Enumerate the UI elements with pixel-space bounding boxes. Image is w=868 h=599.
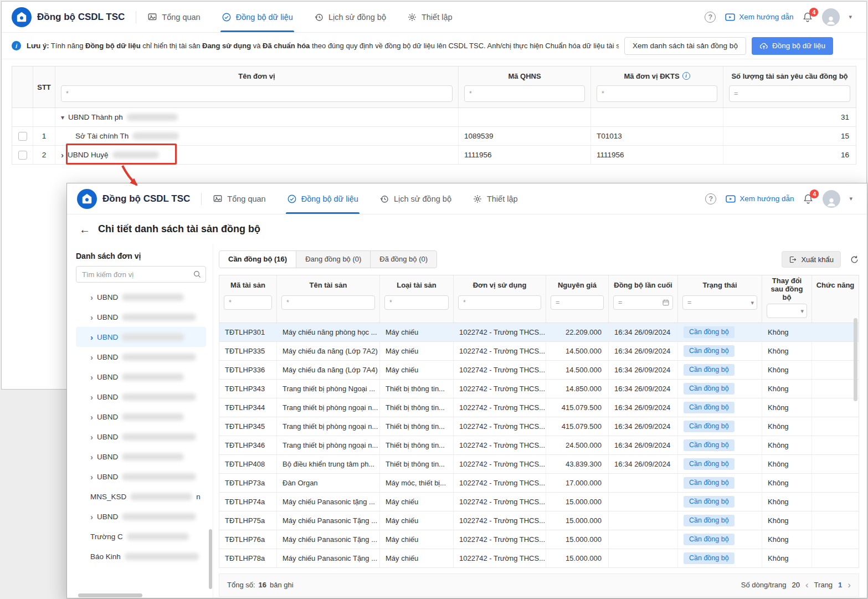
tree-item-unit[interactable]: › UBND: [76, 347, 206, 367]
nav-tab-history[interactable]: Lịch sử đồng bộ: [314, 2, 386, 32]
guide-link[interactable]: Xem hướng dẫn: [725, 193, 794, 204]
nav-tab-overview[interactable]: Tổng quan: [147, 2, 200, 32]
chevron-right-icon[interactable]: ›: [90, 313, 93, 321]
current-page[interactable]: 1: [838, 581, 842, 589]
chevron-left-icon[interactable]: ‹: [805, 580, 809, 590]
calendar-icon[interactable]: [662, 299, 670, 306]
guide-link[interactable]: Xem hướng dẫn: [725, 12, 793, 23]
help-icon[interactable]: ?: [705, 12, 716, 23]
nav-tab-settings[interactable]: Thiết lập: [407, 2, 453, 32]
status-tab[interactable]: Đã đồng bộ (0): [370, 251, 436, 268]
refresh-icon[interactable]: [850, 255, 859, 264]
unit-search-input[interactable]: [76, 266, 206, 283]
asset-row[interactable]: TĐTLHP343 Trang thiết bị phòng Ngoại ...…: [219, 380, 859, 398]
nav-tab-sync[interactable]: Đồng bộ dữ liệu: [287, 183, 358, 214]
asset-row[interactable]: TĐTLHP408 Bộ điều khiển trung tâm ph... …: [219, 455, 859, 474]
unit-name[interactable]: Sở Tài chính Th: [75, 132, 129, 140]
unit-name-filter-input[interactable]: [61, 85, 453, 102]
tree-item-unit[interactable]: › UBND: [76, 367, 206, 387]
tree-item-unit[interactable]: › UBND: [76, 447, 206, 467]
nav-tab-sync[interactable]: Đồng bộ dữ liệu: [222, 2, 293, 32]
unit-group-row[interactable]: ▾ UBND Thành ph 31: [12, 108, 856, 127]
filter-input[interactable]: [458, 295, 541, 310]
status-badge: Cần đồng bộ: [684, 477, 735, 489]
notification-bell-icon[interactable]: 4: [803, 193, 814, 204]
chevron-down-icon[interactable]: ▾: [751, 300, 754, 306]
filter-input[interactable]: [281, 295, 375, 310]
chevron-right-icon[interactable]: ›: [90, 393, 93, 401]
nav-tab-history[interactable]: Lịch sử đồng bộ: [379, 183, 451, 214]
horizontal-scrollbar[interactable]: [78, 593, 142, 597]
qhns-filter-input[interactable]: [464, 85, 585, 102]
chevron-down-icon[interactable]: ▾: [849, 13, 852, 21]
asset-row[interactable]: TĐTLHP301 Máy chiếu năng phòng học ... M…: [219, 323, 859, 342]
chevron-right-icon[interactable]: ›: [90, 433, 93, 441]
tree-item-unit[interactable]: › UBND: [76, 467, 206, 487]
rows-per-page-select[interactable]: 20: [792, 581, 799, 589]
asset-row[interactable]: TĐTLHP335 Máy chiếu đa năng (Lớp 7A2) Má…: [219, 342, 859, 361]
filter-input[interactable]: [384, 295, 449, 310]
dkts-filter-input[interactable]: [597, 85, 717, 102]
chevron-right-icon[interactable]: ›: [90, 473, 93, 481]
filter-input[interactable]: [224, 295, 272, 310]
asset-row[interactable]: TĐTLHP336 Máy chiếu đa năng (Lớp 7A4) Má…: [219, 361, 859, 380]
asset-row[interactable]: TĐTLHP74a Máy chiếu Panasonic tặng ... M…: [219, 493, 859, 511]
asset-last-sync: 16:34 26/09/2024: [608, 342, 677, 360]
chevron-down-icon[interactable]: ▾: [61, 114, 64, 121]
filter-input[interactable]: [551, 295, 604, 310]
chevron-right-icon[interactable]: ›: [61, 151, 64, 159]
chevron-right-icon[interactable]: ›: [90, 293, 93, 301]
filter-input[interactable]: [682, 295, 757, 310]
tree-item-unit[interactable]: › UBND: [76, 427, 206, 447]
tree-item-unit[interactable]: Báo Kinh: [76, 546, 206, 566]
tree-item-unit[interactable]: › UBND: [76, 307, 206, 327]
view-sync-list-button[interactable]: Xem danh sách tài sản đồng bộ: [624, 37, 746, 55]
row-checkbox[interactable]: [18, 151, 27, 160]
chevron-right-icon[interactable]: ›: [90, 513, 93, 521]
chevron-down-icon[interactable]: ▾: [849, 195, 852, 202]
status-tab[interactable]: Đang đồng bộ (0): [296, 251, 370, 268]
tree-item-unit[interactable]: › UBND: [76, 387, 206, 407]
chevron-right-icon[interactable]: ›: [90, 373, 93, 381]
user-avatar[interactable]: [823, 190, 840, 208]
help-icon[interactable]: ?: [705, 193, 716, 204]
nav-tab-overview[interactable]: Tổng quan: [213, 183, 265, 214]
asset-row[interactable]: TĐTLHP344 Trang thiết bị phòng ngoại n..…: [219, 398, 859, 417]
back-arrow-icon[interactable]: ←: [79, 224, 90, 235]
asset-row[interactable]: TĐTLHP73a Đàn Organ Máy móc, thiết bị...…: [219, 474, 859, 493]
search-icon[interactable]: [193, 270, 202, 279]
unit-name: Trường C: [90, 533, 123, 541]
count-filter-input[interactable]: [729, 85, 850, 102]
asset-row[interactable]: TĐTLHP345 Trang thiết bị phòng ngoại n..…: [219, 417, 859, 436]
user-avatar[interactable]: [822, 8, 840, 26]
chevron-right-icon[interactable]: ›: [848, 580, 851, 590]
asset-row[interactable]: TĐTLHP76a Máy chiếu Panasonic Tặng ... M…: [219, 530, 859, 549]
sync-data-button[interactable]: Đồng bộ dữ liệu: [752, 37, 833, 55]
row-checkbox[interactable]: [18, 132, 27, 141]
asset-row[interactable]: TĐTLHP346 Trang thiết bị phòng ngoại n..…: [219, 436, 859, 455]
tree-item-unit[interactable]: › UBND: [76, 327, 206, 347]
asset-row[interactable]: TĐTLHP75a Máy chiếu Panasonic Tặng ... M…: [219, 511, 859, 530]
asset-changed-after-sync: Không: [762, 455, 811, 473]
tree-item-unit[interactable]: › UBND: [76, 407, 206, 427]
notification-bell-icon[interactable]: 4: [802, 12, 813, 23]
table-scrollbar[interactable]: [854, 318, 857, 401]
unit-row[interactable]: 1 Sở Tài chính Th 1089539 T01013 15: [12, 127, 856, 146]
tree-item-unit[interactable]: › UBND: [76, 287, 206, 307]
unit-name[interactable]: UBND Thành ph: [68, 113, 123, 121]
chevron-down-icon[interactable]: ▾: [800, 308, 804, 314]
status-tab[interactable]: Cần đồng bộ (16): [219, 251, 296, 268]
info-icon[interactable]: i: [682, 72, 690, 80]
chevron-right-icon[interactable]: ›: [90, 353, 93, 361]
unit-sync-count: 16: [723, 146, 856, 164]
tree-item-unit[interactable]: MNS_KSD n: [76, 487, 206, 506]
tree-item-unit[interactable]: Trường C: [76, 526, 206, 546]
nav-tab-settings[interactable]: Thiết lập: [472, 183, 518, 214]
tree-item-unit[interactable]: › UBND: [76, 506, 206, 526]
chevron-right-icon[interactable]: ›: [90, 333, 93, 341]
chevron-right-icon[interactable]: ›: [90, 413, 93, 421]
vertical-scrollbar[interactable]: [209, 529, 212, 589]
export-button[interactable]: Xuất khẩu: [782, 251, 841, 268]
chevron-right-icon[interactable]: ›: [90, 453, 93, 461]
asset-row[interactable]: TĐTLHP78a Máy chiếu Panasonic Tặng ... M…: [219, 549, 859, 568]
